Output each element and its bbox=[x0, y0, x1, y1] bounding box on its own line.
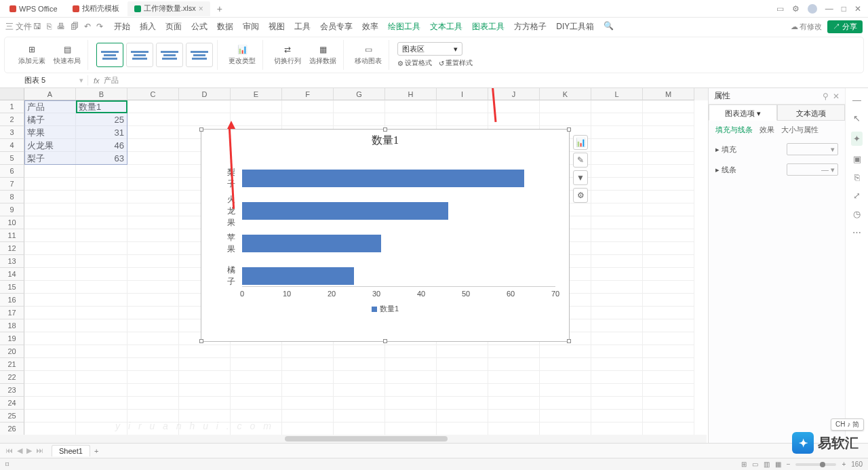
cell[interactable] bbox=[127, 345, 179, 358]
cell[interactable] bbox=[643, 345, 694, 358]
cell[interactable] bbox=[643, 319, 694, 332]
change-type-button[interactable]: 📊更改类型 bbox=[226, 44, 258, 66]
close-button[interactable]: ✕ bbox=[854, 4, 861, 14]
row-header[interactable]: 7 bbox=[0, 178, 24, 191]
menu-tab-formula[interactable]: 公式 bbox=[191, 20, 208, 34]
cell[interactable] bbox=[282, 410, 334, 423]
cell[interactable] bbox=[179, 345, 231, 358]
cell[interactable] bbox=[282, 423, 334, 435]
cell[interactable] bbox=[591, 229, 643, 242]
cell[interactable] bbox=[591, 384, 643, 397]
side-expand-icon[interactable]: ⤢ bbox=[853, 191, 861, 201]
switch-rc-button[interactable]: ⇄切换行列 bbox=[271, 44, 304, 66]
cell[interactable] bbox=[540, 100, 591, 113]
cell[interactable] bbox=[437, 397, 488, 410]
fill-select[interactable]: ▾ bbox=[787, 143, 838, 155]
chart-style-icon[interactable]: ✎ bbox=[573, 153, 588, 168]
chart-region-select[interactable]: 图表区▾ bbox=[397, 42, 462, 56]
cell[interactable] bbox=[643, 358, 694, 371]
cell[interactable] bbox=[643, 268, 694, 281]
cell[interactable] bbox=[437, 113, 488, 126]
col-header[interactable]: G bbox=[334, 88, 385, 100]
cell[interactable] bbox=[127, 281, 179, 294]
cell[interactable] bbox=[540, 113, 591, 126]
cell[interactable] bbox=[179, 397, 231, 410]
cell[interactable] bbox=[540, 410, 591, 423]
cell[interactable] bbox=[591, 203, 643, 216]
cell[interactable] bbox=[488, 397, 540, 410]
row-header[interactable]: 2 bbox=[0, 113, 24, 126]
cell[interactable] bbox=[488, 345, 540, 358]
cell[interactable] bbox=[24, 423, 76, 435]
menu-tab-tools[interactable]: 工具 bbox=[294, 20, 311, 34]
cell[interactable] bbox=[488, 371, 540, 384]
zoom-out-button[interactable]: − bbox=[787, 461, 791, 468]
cell[interactable] bbox=[488, 358, 540, 371]
add-tab-button[interactable]: + bbox=[212, 3, 228, 14]
cell[interactable] bbox=[334, 384, 385, 397]
cell[interactable] bbox=[591, 307, 643, 319]
cell[interactable] bbox=[76, 281, 127, 294]
row-header[interactable]: 4 bbox=[0, 139, 24, 152]
menu-tab-start[interactable]: 开始 bbox=[114, 20, 130, 34]
sheet-nav-prev[interactable]: ◀ bbox=[17, 446, 22, 455]
cell[interactable] bbox=[24, 397, 76, 410]
row-header[interactable]: 1 bbox=[0, 100, 24, 113]
settings-icon[interactable]: ⚙ bbox=[792, 4, 800, 14]
row-header[interactable]: 13 bbox=[0, 255, 24, 268]
row-header[interactable]: 14 bbox=[0, 268, 24, 281]
cell[interactable] bbox=[334, 371, 385, 384]
view-reader-icon[interactable]: ▥ bbox=[764, 461, 770, 468]
row-header[interactable]: 6 bbox=[0, 165, 24, 178]
row-header[interactable]: 17 bbox=[0, 307, 24, 319]
chart-title[interactable]: 数量1 bbox=[201, 130, 569, 148]
cell[interactable]: 46 bbox=[76, 139, 127, 152]
cell[interactable] bbox=[76, 319, 127, 332]
cell[interactable]: 63 bbox=[76, 152, 127, 165]
chart-bar[interactable] bbox=[242, 202, 448, 220]
set-format-button[interactable]: ⚙ 设置格式 bbox=[397, 58, 432, 68]
cell[interactable] bbox=[127, 139, 179, 152]
redo-icon[interactable]: ↷ bbox=[96, 22, 103, 31]
cell[interactable] bbox=[385, 384, 437, 397]
side-select-icon[interactable]: ↖ bbox=[853, 113, 861, 123]
cell[interactable] bbox=[24, 384, 76, 397]
expand-icon[interactable]: ▸ 线条 bbox=[715, 165, 736, 175]
cell[interactable] bbox=[591, 319, 643, 332]
cell[interactable] bbox=[643, 229, 694, 242]
chart-elements-icon[interactable]: 📊 bbox=[573, 135, 588, 150]
menu-tab-data[interactable]: 数据 bbox=[217, 20, 233, 34]
menu-tab-member[interactable]: 会员专享 bbox=[320, 20, 353, 34]
cell[interactable] bbox=[643, 165, 694, 178]
cell[interactable]: 产品 bbox=[24, 100, 76, 113]
add-sheet-button[interactable]: + bbox=[94, 447, 98, 455]
cell[interactable] bbox=[127, 294, 179, 307]
reset-style-button[interactable]: ↺ 重置样式 bbox=[439, 58, 473, 68]
cell[interactable] bbox=[437, 345, 488, 358]
cell[interactable] bbox=[488, 113, 540, 126]
cell[interactable] bbox=[76, 191, 127, 203]
row-header[interactable]: 5 bbox=[0, 152, 24, 165]
cell[interactable] bbox=[591, 113, 643, 126]
menu-tab-insert[interactable]: 插入 bbox=[140, 20, 156, 34]
cell[interactable] bbox=[643, 423, 694, 435]
cell[interactable] bbox=[24, 229, 76, 242]
cell[interactable] bbox=[179, 371, 231, 384]
cell[interactable] bbox=[24, 332, 76, 345]
cell[interactable] bbox=[179, 358, 231, 371]
cell[interactable] bbox=[76, 242, 127, 255]
chart-style-4[interactable] bbox=[186, 43, 213, 67]
cell[interactable] bbox=[127, 358, 179, 371]
cell[interactable] bbox=[437, 100, 488, 113]
cell[interactable] bbox=[437, 384, 488, 397]
cell[interactable] bbox=[24, 268, 76, 281]
menu-tab-view[interactable]: 视图 bbox=[269, 20, 285, 34]
col-header[interactable]: M bbox=[643, 88, 694, 100]
chart-bar[interactable] bbox=[242, 235, 381, 252]
cell[interactable] bbox=[334, 100, 385, 113]
cell[interactable] bbox=[643, 371, 694, 384]
cell[interactable] bbox=[179, 100, 231, 113]
cell[interactable] bbox=[76, 307, 127, 319]
resize-handle[interactable] bbox=[567, 128, 571, 132]
max-button[interactable]: □ bbox=[842, 4, 846, 14]
